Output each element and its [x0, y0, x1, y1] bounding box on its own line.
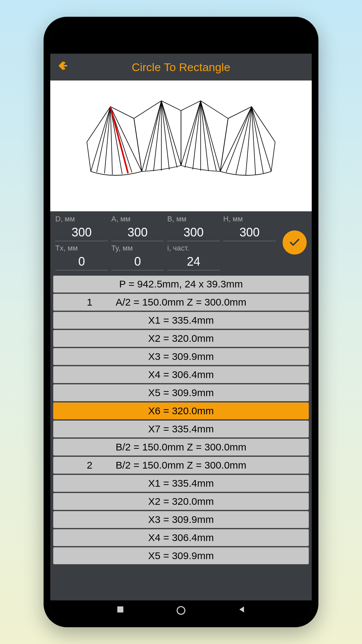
input-label-ty: Ty, мм: [111, 244, 164, 253]
input-label-a: A, мм: [111, 215, 164, 223]
input-i[interactable]: [167, 253, 220, 270]
svg-line-16: [185, 101, 201, 167]
result-row-text: B/2 = 150.0mm Z = 300.0mm: [116, 441, 246, 453]
result-row-text: A/2 = 150.0mm Z = 300.0mm: [116, 297, 246, 308]
result-row[interactable]: X5 = 309.9mm: [53, 384, 309, 401]
result-row-index: 2: [87, 460, 93, 471]
result-row-text: X3 = 309.9mm: [148, 351, 214, 362]
input-label-b: B, мм: [167, 215, 220, 223]
input-ty[interactable]: [111, 253, 164, 270]
app-header: Circle To Rectangle: [50, 54, 312, 80]
result-row-text: X1 = 335.4mm: [148, 478, 214, 489]
confirm-button[interactable]: [283, 230, 307, 255]
result-row-text: X7 = 335.4mm: [148, 423, 214, 435]
result-row[interactable]: X4 = 306.4mm: [53, 529, 309, 546]
result-row[interactable]: B/2 = 150.0mm Z = 300.0mm: [53, 438, 309, 456]
result-row-text: P = 942.5mm, 24 x 39.3mm: [119, 278, 243, 290]
triangle-left-icon: [238, 606, 245, 613]
square-icon: [117, 606, 124, 613]
result-row-text: X2 = 320.0mm: [148, 496, 214, 507]
result-row-text: X2 = 320.0mm: [148, 333, 214, 344]
result-row[interactable]: 1A/2 = 150.0mm Z = 300.0mm: [53, 293, 309, 311]
svg-line-9: [146, 101, 162, 170]
result-row[interactable]: X3 = 309.9mm: [53, 511, 309, 528]
back-button[interactable]: [57, 60, 69, 75]
input-d[interactable]: [55, 224, 108, 241]
result-row[interactable]: X3 = 309.9mm: [53, 348, 309, 365]
svg-line-20: [201, 101, 217, 170]
nav-home-button[interactable]: [177, 606, 185, 615]
nav-back-button[interactable]: [238, 606, 245, 615]
input-group-b: B, мм: [167, 215, 220, 241]
input-label-d: D, мм: [55, 215, 108, 223]
svg-line-13: [162, 101, 177, 167]
result-row-text: X3 = 309.9mm: [148, 514, 214, 525]
result-row[interactable]: X2 = 320.0mm: [53, 493, 309, 510]
phone-frame: Circle To Rectangle: [44, 17, 318, 627]
result-row[interactable]: 2B/2 = 150.0mm Z = 300.0mm: [53, 457, 309, 474]
svg-marker-31: [239, 606, 244, 612]
input-group-i: i, част.: [167, 244, 220, 270]
input-label-i: i, част.: [167, 244, 220, 253]
result-row[interactable]: X4 = 306.4mm: [53, 366, 309, 383]
inputs-area: D, мм A, мм B, мм H, мм Tx, мм: [50, 211, 312, 275]
result-row[interactable]: X1 = 335.4mm: [53, 475, 309, 492]
input-label-tx: Tx, мм: [55, 244, 108, 253]
result-row-text: B/2 = 150.0mm Z = 300.0mm: [116, 460, 246, 471]
result-row-text: X1 = 335.4mm: [148, 315, 214, 326]
phone-screen: Circle To Rectangle: [50, 23, 312, 621]
svg-line-15: [162, 101, 181, 165]
result-row[interactable]: X6 = 320.0mm: [53, 402, 309, 420]
check-icon: [289, 236, 301, 249]
arrow-left-icon: [57, 60, 69, 72]
svg-line-10: [154, 101, 161, 171]
result-row[interactable]: X7 = 335.4mm: [53, 420, 309, 438]
result-row[interactable]: X1 = 335.4mm: [53, 312, 309, 329]
result-row-text: X5 = 309.9mm: [148, 550, 214, 561]
circle-icon: [177, 606, 185, 615]
results-list[interactable]: P = 942.5mm, 24 x 39.3mm1A/2 = 150.0mm Z…: [50, 275, 312, 600]
result-row-text: X5 = 309.9mm: [148, 387, 214, 398]
input-group-a: A, мм: [111, 215, 164, 241]
input-b[interactable]: [167, 224, 220, 241]
result-row-index: 1: [87, 297, 93, 308]
pattern-diagram: [63, 94, 299, 198]
input-group-d: D, мм: [55, 215, 108, 241]
input-group-h: H, мм: [223, 215, 276, 241]
svg-line-12: [162, 101, 169, 169]
result-row[interactable]: X2 = 320.0mm: [53, 330, 309, 347]
android-nav-bar: [50, 600, 312, 621]
result-row-text: X4 = 306.4mm: [148, 532, 214, 543]
input-group-tx: Tx, мм: [55, 244, 108, 270]
result-row-text: X6 = 320.0mm: [148, 405, 214, 417]
input-a[interactable]: [111, 224, 164, 241]
input-label-h: H, мм: [223, 215, 276, 223]
status-bar: [50, 23, 312, 54]
result-row[interactable]: X5 = 309.9mm: [53, 547, 309, 565]
page-title: Circle To Rectangle: [50, 61, 312, 74]
result-row-text: X4 = 306.4mm: [148, 369, 214, 380]
input-tx[interactable]: [55, 253, 108, 270]
inputs-grid: D, мм A, мм B, мм H, мм Tx, мм: [55, 215, 276, 270]
svg-line-19: [201, 101, 208, 171]
svg-line-8: [110, 107, 128, 173]
diagram-area: [50, 80, 312, 211]
svg-rect-30: [117, 606, 123, 612]
input-group-ty: Ty, мм: [111, 244, 164, 270]
svg-line-17: [193, 101, 200, 169]
result-row[interactable]: P = 942.5mm, 24 x 39.3mm: [53, 275, 309, 293]
svg-line-21: [181, 101, 201, 165]
nav-recent-button[interactable]: [117, 606, 124, 615]
input-h[interactable]: [223, 224, 276, 241]
